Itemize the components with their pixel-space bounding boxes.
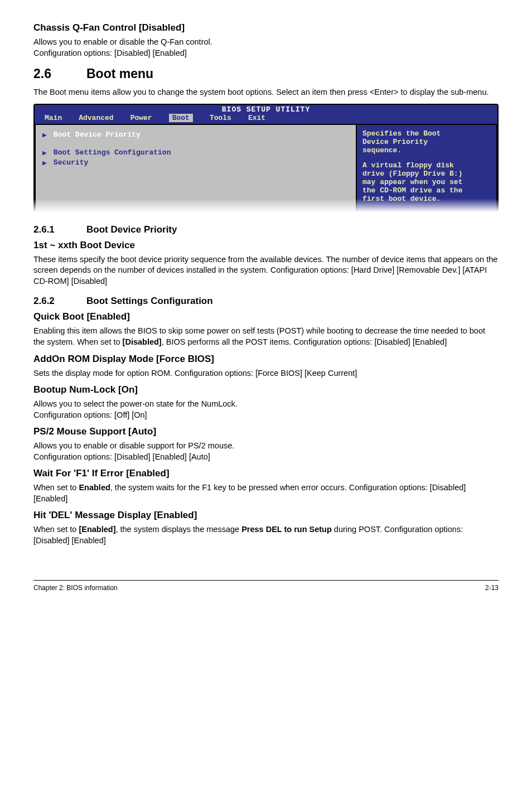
heading-quick-boot: Quick Boot [Enabled] [33, 311, 499, 322]
menu-boot-settings-config[interactable]: ▶ Boot Settings Configuration [42, 148, 349, 157]
heading-numlock: Bootup Num-Lock [On] [33, 384, 499, 395]
bios-window: BIOS SETUP UTILITY Main Advanced Power B… [33, 104, 499, 212]
triangle-icon: ▶ [42, 158, 47, 167]
paragraph: Enabling this item allows the BIOS to sk… [33, 326, 499, 347]
text: Allows you to enable or disable the Q-Fa… [33, 37, 212, 46]
page-footer: Chapter 2: BIOS information 2-13 [33, 580, 499, 592]
text: Configuration options: [Disabled] [Enabl… [33, 49, 187, 57]
help-line: drive (Floppy Drive B:) [362, 170, 491, 178]
heading-wait-f1: Wait For 'F1' If Error [Enabled] [33, 468, 499, 479]
text: Allows you to enable or disable support … [33, 441, 234, 450]
subsection-number: 2.6.1 [33, 224, 86, 235]
paragraph: When set to Enabled, the system waits fo… [33, 482, 499, 504]
bold-text: Press DEL to run Setup [241, 525, 332, 534]
triangle-icon: ▶ [42, 148, 47, 157]
heading-1st-xxth: 1st ~ xxth Boot Device [33, 240, 499, 251]
paragraph: These items specify the boot device prio… [33, 254, 499, 287]
paragraph: Allows you to enable or disable the Q-Fa… [33, 37, 499, 59]
heading-chassis-qfan: Chassis Q-Fan Control [Disabled] [33, 22, 499, 33]
text: , BIOS performs all the POST items. Conf… [162, 337, 447, 346]
bios-help-pane: Specifies the Boot Device Priority seque… [356, 124, 497, 211]
footer-page-number: 2-13 [485, 584, 499, 592]
help-line: sequence. [362, 146, 491, 154]
footer-chapter: Chapter 2: BIOS information [33, 584, 118, 592]
menu-label: Boot Settings Configuration [54, 148, 171, 157]
bios-screenshot: BIOS SETUP UTILITY Main Advanced Power B… [33, 104, 499, 212]
bold-text: [Disabled] [123, 337, 162, 346]
heading-addon-rom: AddOn ROM Display Mode [Force BIOS] [33, 354, 499, 365]
help-line: Device Priority [362, 138, 491, 146]
paragraph: The Boot menu items allow you to change … [33, 87, 499, 98]
bios-title: BIOS SETUP UTILITY [35, 105, 497, 114]
triangle-icon: ▶ [42, 131, 47, 139]
heading-2-6-2: 2.6.2Boot Settings Configuration [33, 296, 499, 307]
text: , the system displays the message [115, 525, 241, 534]
menu-boot-device-priority[interactable]: ▶ Boot Device Priority [42, 131, 349, 139]
tab-advanced[interactable]: Advanced [79, 114, 113, 122]
tab-main[interactable]: Main [45, 114, 62, 122]
help-line: Specifies the Boot [362, 129, 491, 138]
bios-tab-bar: Main Advanced Power Boot Tools Exit [35, 114, 497, 124]
menu-label: Boot Device Priority [54, 131, 141, 139]
tab-tools[interactable]: Tools [210, 114, 231, 122]
heading-2-6-1: 2.6.1Boot Device Priority [33, 224, 499, 235]
section-title: Boot menu [86, 66, 153, 81]
paragraph: When set to [Enabled], the system displa… [33, 524, 499, 546]
tab-power[interactable]: Power [130, 114, 152, 122]
text: When set to [33, 525, 79, 534]
text: Configuration options: [Off] [On] [33, 410, 147, 419]
bios-body: ▶ Boot Device Priority ▶ Boot Settings C… [35, 124, 497, 211]
heading-ps2: PS/2 Mouse Support [Auto] [33, 426, 499, 437]
subsection-title: Boot Device Priority [86, 224, 177, 235]
menu-security[interactable]: ▶ Security [42, 158, 349, 167]
subsection-number: 2.6.2 [33, 296, 86, 307]
heading-2-6: 2.6Boot menu [33, 66, 499, 81]
help-line: may appear when you set [362, 178, 491, 186]
subsection-title: Boot Settings Configuration [86, 296, 213, 306]
tab-boot[interactable]: Boot [169, 114, 193, 122]
text: When set to [33, 483, 79, 492]
paragraph: Sets the display mode for option ROM. Co… [33, 368, 499, 379]
section-number: 2.6 [33, 66, 86, 81]
tab-exit[interactable]: Exit [248, 114, 265, 122]
bold-text: Enabled [79, 483, 110, 492]
menu-label: Security [54, 158, 88, 167]
bios-menu-pane: ▶ Boot Device Priority ▶ Boot Settings C… [35, 124, 356, 211]
help-line: A virtual floppy disk [362, 161, 491, 170]
help-line: first boot device. [362, 195, 491, 203]
text: Allows you to select the power-on state … [33, 399, 238, 408]
heading-hit-del: Hit 'DEL' Message Display [Enabled] [33, 510, 499, 521]
bold-text: [Enabled] [79, 525, 115, 534]
text: Configuration options: [Disabled] [Enabl… [33, 452, 210, 461]
paragraph: Allows you to enable or disable support … [33, 441, 499, 462]
paragraph: Allows you to select the power-on state … [33, 399, 499, 421]
help-line: the CD-ROM drive as the [362, 186, 491, 195]
